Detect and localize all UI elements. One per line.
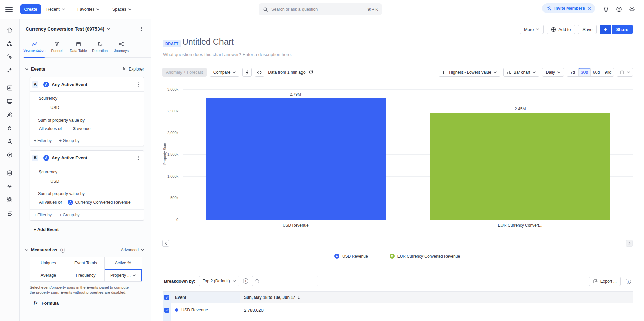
chart-title[interactable]: Untitled Chart [182,37,234,47]
charts-icon[interactable] [3,81,16,95]
sparkles-ai-icon[interactable] [3,63,16,77]
copy-link-button[interactable] [600,25,611,34]
more-button[interactable]: More [520,25,544,34]
interval-dropdown[interactable]: Daily [542,68,564,77]
add-to-button[interactable]: Add to [547,25,575,34]
refresh-icon[interactable] [309,70,313,75]
bar-EUR Currency Convert...[interactable] [430,113,610,220]
measure-property[interactable]: $revenue [73,126,90,131]
invite-members-button[interactable]: Invite Members [542,3,595,13]
filter-by-button[interactable]: + Filter by [34,213,52,217]
row-label-cell[interactable]: USD Revenue [171,303,240,317]
breakdown-search-input[interactable] [252,276,318,286]
info-icon[interactable]: i [626,279,631,284]
row-checkbox[interactable] [164,308,169,313]
measure-property[interactable]: Currency Converted Revenue [75,200,130,205]
option-average[interactable]: Average [30,269,67,281]
close-icon[interactable] [587,7,591,10]
all-values-dropdown[interactable]: All values of [39,126,62,131]
tab-data-table[interactable]: Data Table [68,36,89,57]
select-all-checkbox[interactable] [164,295,169,300]
export-button[interactable]: Export ... [589,277,621,286]
calendar-dropdown[interactable] [617,68,633,77]
filter-operator[interactable]: = [39,105,41,110]
hamburger-menu-icon[interactable] [5,6,13,13]
breakdown-top-n-dropdown[interactable]: Top 2 (Default) [199,276,239,286]
info-icon[interactable]: i [243,278,248,284]
filter-by-button[interactable]: + Filter by [34,138,52,143]
settings-gear-icon[interactable] [629,6,635,13]
range-90d[interactable]: 90d [602,68,614,76]
explorer-button[interactable]: Explorer [122,67,144,72]
legend-item-A[interactable]: AUSD Revenue [334,254,368,259]
notifications-bell-icon[interactable] [603,6,609,13]
products-shapes-icon[interactable] [3,37,16,50]
add-event-button[interactable]: + Add Event [34,227,59,232]
option-uniques[interactable]: Uniques [30,257,67,269]
info-icon[interactable]: i [60,248,65,253]
project-title-dropdown[interactable]: Currency Conversion Test (697534) [26,26,110,32]
filter-value[interactable]: USD [50,179,59,184]
collapse-chevron-icon[interactable] [25,68,28,70]
search-input[interactable] [271,7,365,12]
group-by-button[interactable]: + Group-by [59,138,79,143]
filter-property[interactable]: $currency [39,96,144,101]
pathways-route-icon[interactable] [3,207,16,220]
page-right-button[interactable] [626,240,633,247]
option-active-pct[interactable]: Active % [105,257,142,269]
range-30d[interactable]: 30d [579,68,591,76]
range-60d[interactable]: 60d [591,68,602,76]
all-values-dropdown[interactable]: All values of [39,200,62,205]
tab-funnel[interactable]: Funnel [46,36,68,57]
audiences-users-icon[interactable] [3,108,16,122]
chart-type-dropdown[interactable]: Bar chart [503,68,539,77]
advanced-dropdown[interactable]: Advanced [121,248,144,253]
sort-order-dropdown[interactable]: Highest - Lowest Value [439,68,500,77]
filter-property[interactable]: $currency [39,170,144,174]
event-name[interactable]: Any Active Event [52,155,87,160]
lightning-button[interactable] [242,68,252,77]
legend-item-B[interactable]: BEUR Currency Converted Revenue [390,254,460,259]
help-icon[interactable] [616,6,622,13]
bar-USD Revenue[interactable] [206,98,386,220]
group-by-button[interactable]: + Group-by [59,213,79,217]
event-options-kebab-icon[interactable] [136,83,140,86]
create-button[interactable]: Create [20,4,41,14]
experiments-flask-icon[interactable] [3,135,16,148]
option-property-sum[interactable]: Property ... [105,269,142,281]
filter-value[interactable]: USD [50,105,59,110]
formula-button[interactable]: fx Formula [34,300,59,306]
page-left-button[interactable] [162,240,169,247]
share-button[interactable]: Share [612,25,633,34]
recent-menu[interactable]: Recent [46,0,65,19]
home-icon[interactable] [3,23,16,37]
range-7d[interactable]: 7d [567,68,579,76]
database-icon[interactable] [3,166,16,180]
spaces-menu[interactable]: Spaces [112,0,131,19]
favorites-menu[interactable]: Favorites [77,0,99,19]
code-button[interactable] [255,68,264,77]
event-name[interactable]: Any Active Event [52,82,87,87]
breakdown-search[interactable] [252,276,318,286]
filter-operator[interactable]: = [39,179,41,184]
flame-icon[interactable] [3,122,16,135]
discover-compass-icon[interactable] [3,148,16,162]
option-event-totals[interactable]: Event Totals [67,257,104,269]
chart-description-placeholder[interactable]: What question does this chart answer? En… [163,52,292,57]
collapse-chevron-icon[interactable] [25,249,28,251]
compare-dropdown[interactable]: Compare [210,68,240,77]
sessions-frame-icon[interactable] [3,193,16,207]
cursor-click-icon[interactable] [3,50,16,63]
tab-retention[interactable]: Retention [89,36,111,57]
event-options-kebab-icon[interactable] [136,156,140,160]
save-button[interactable]: Save [578,25,597,34]
tab-journeys[interactable]: Journeys [111,36,132,57]
tab-segmentation[interactable]: Segmentation [23,36,46,57]
global-search[interactable]: ⌘ + K [259,3,382,15]
option-frequency[interactable]: Frequency [67,269,104,281]
y-tick-label: 1,500k [167,152,178,156]
dashboards-monitor-icon[interactable] [3,95,16,108]
tabs-overflow-menu-icon[interactable] [139,27,143,31]
signals-activity-icon[interactable] [3,180,16,193]
sort-descending-icon[interactable] [298,295,302,300]
